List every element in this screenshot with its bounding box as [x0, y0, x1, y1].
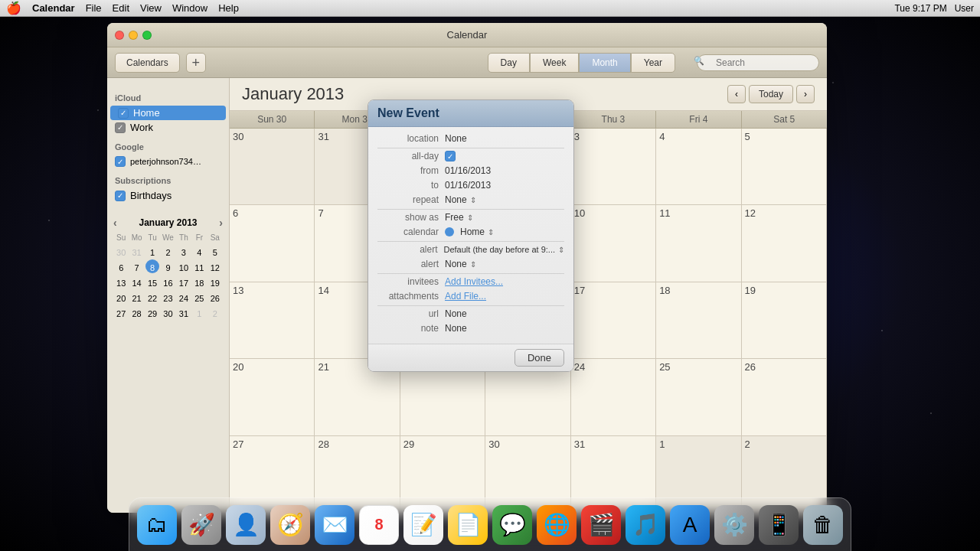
close-button[interactable] [115, 31, 124, 40]
mini-day-2-next[interactable]: 2 [208, 305, 222, 319]
today-button[interactable]: Today [749, 85, 793, 103]
day-cell-12[interactable]: 12 [742, 205, 827, 282]
day-cell-11[interactable]: 11 [656, 205, 741, 282]
mini-day-2[interactable]: 2 [161, 244, 175, 258]
mini-day-3[interactable]: 3 [177, 244, 191, 258]
mini-day-1[interactable]: 1 [145, 244, 159, 258]
mini-day-20[interactable]: 20 [114, 290, 128, 304]
mini-day-25[interactable]: 25 [192, 290, 206, 304]
mini-day-30[interactable]: 30 [161, 305, 175, 319]
mini-day-31[interactable]: 31 [177, 305, 191, 319]
day-cell-6[interactable]: 6 [230, 205, 315, 282]
day-cell-10[interactable]: 10 [571, 205, 656, 282]
appstore-icon[interactable]: A [670, 505, 710, 545]
mini-day-18[interactable]: 18 [192, 275, 206, 289]
day-cell-13[interactable]: 13 [230, 282, 315, 359]
day-cell-25[interactable]: 25 [656, 359, 741, 435]
day-cell-30[interactable]: 30 [230, 129, 315, 205]
menu-file[interactable]: File [86, 2, 102, 14]
minimize-button[interactable] [129, 31, 138, 40]
attachments-value[interactable]: Add File... [445, 291, 564, 302]
day-cell-5[interactable]: 5 [742, 129, 827, 205]
invitees-value[interactable]: Add Invitees... [445, 276, 564, 287]
mini-day-9[interactable]: 9 [161, 259, 175, 273]
add-event-button[interactable]: + [186, 53, 206, 73]
sidebar-item-work[interactable]: ✓ Work [107, 120, 229, 135]
dvd-icon[interactable]: 🎬 [581, 505, 621, 545]
home-checkbox[interactable]: ✓ [118, 108, 129, 119]
mini-day-15[interactable]: 15 [145, 275, 159, 289]
mini-day-12[interactable]: 12 [208, 259, 222, 273]
url-value[interactable]: None [445, 308, 564, 319]
reminders-icon[interactable]: 📝 [403, 505, 443, 545]
facetime-icon[interactable]: 🌐 [537, 505, 577, 545]
all-day-checkbox[interactable]: ✓ [445, 151, 456, 161]
mini-day-16[interactable]: 16 [161, 275, 175, 289]
day-cell-26[interactable]: 26 [742, 359, 827, 435]
day-cell-19[interactable]: 19 [742, 282, 827, 359]
view-week-button[interactable]: Week [530, 53, 579, 73]
view-day-button[interactable]: Day [488, 53, 530, 73]
day-cell-20[interactable]: 20 [230, 359, 315, 435]
alert1-select[interactable]: Default (the day before at 9:... ⇕ [443, 245, 564, 254]
day-cell-3[interactable]: 3 [571, 129, 656, 205]
apple-menu[interactable]: 🍎 [6, 1, 21, 15]
mini-day-24[interactable]: 24 [177, 290, 191, 304]
from-value[interactable]: 01/16/2013 [445, 165, 564, 176]
to-value[interactable]: 01/16/2013 [445, 180, 564, 191]
messages-icon[interactable]: 💬 [492, 505, 532, 545]
menu-calendar[interactable]: Calendar [32, 2, 75, 14]
event-title-input[interactable] [377, 106, 564, 120]
mini-day-19[interactable]: 19 [208, 275, 222, 289]
sidebar-item-google[interactable]: ✓ peterjohnson734@... [107, 155, 229, 168]
calendar-dock-icon[interactable]: 8 [359, 505, 399, 545]
sidebar-item-home[interactable]: ✓ Home [110, 106, 226, 120]
mini-day-30-prev[interactable]: 30 [114, 244, 128, 258]
next-month-button[interactable]: › [796, 85, 815, 103]
mail-icon[interactable]: ✉️ [315, 505, 354, 545]
mini-day-17[interactable]: 17 [177, 275, 191, 289]
menu-help[interactable]: Help [218, 2, 239, 14]
menu-window[interactable]: Window [172, 2, 207, 14]
mini-day-5[interactable]: 5 [208, 244, 222, 258]
mini-day-27[interactable]: 27 [114, 305, 128, 319]
repeat-select[interactable]: None ⇕ [445, 194, 476, 205]
mini-day-28[interactable]: 28 [130, 305, 144, 319]
mini-cal-next[interactable]: › [219, 217, 223, 229]
mini-day-8[interactable]: 8 [145, 259, 159, 273]
trash-icon[interactable]: 🗑 [803, 505, 843, 545]
day-cell-4[interactable]: 4 [656, 129, 741, 205]
google-checkbox[interactable]: ✓ [115, 156, 126, 167]
show-as-select[interactable]: Free ⇕ [445, 212, 473, 223]
mini-day-29[interactable]: 29 [145, 305, 159, 319]
menu-view[interactable]: View [140, 2, 162, 14]
mini-day-6[interactable]: 6 [114, 259, 128, 273]
mini-day-22[interactable]: 22 [145, 290, 159, 304]
prev-month-button[interactable]: ‹ [727, 85, 746, 103]
view-year-button[interactable]: Year [631, 53, 675, 73]
address-book-icon[interactable]: 👤 [226, 505, 266, 545]
syspref-icon[interactable]: ⚙️ [714, 505, 754, 545]
mini-day-11[interactable]: 11 [192, 259, 206, 273]
location-value[interactable]: None [445, 133, 564, 144]
sidebar-item-birthdays[interactable]: ✓ Birthdays [107, 188, 229, 203]
itunes-icon[interactable]: 🎵 [626, 505, 665, 545]
iphone-icon[interactable]: 📱 [759, 505, 799, 545]
maximize-button[interactable] [142, 31, 152, 40]
day-cell-17[interactable]: 17 [571, 282, 656, 359]
calendar-select[interactable]: Home ⇕ [445, 227, 494, 237]
mini-day-23[interactable]: 23 [161, 290, 175, 304]
mini-day-14[interactable]: 14 [130, 275, 144, 289]
work-checkbox[interactable]: ✓ [115, 122, 126, 133]
finder-icon[interactable]: 🗂 [137, 505, 177, 545]
alert2-select[interactable]: None ⇕ [445, 259, 476, 269]
bday-checkbox[interactable]: ✓ [115, 191, 126, 201]
mini-day-4[interactable]: 4 [192, 244, 206, 258]
mini-day-31-prev[interactable]: 31 [130, 244, 144, 258]
mini-day-10[interactable]: 10 [177, 259, 191, 273]
done-button[interactable]: Done [514, 349, 564, 367]
search-input[interactable] [697, 54, 819, 71]
mini-day-26[interactable]: 26 [208, 290, 222, 304]
view-month-button[interactable]: Month [579, 53, 630, 73]
mini-day-7[interactable]: 7 [130, 259, 144, 273]
